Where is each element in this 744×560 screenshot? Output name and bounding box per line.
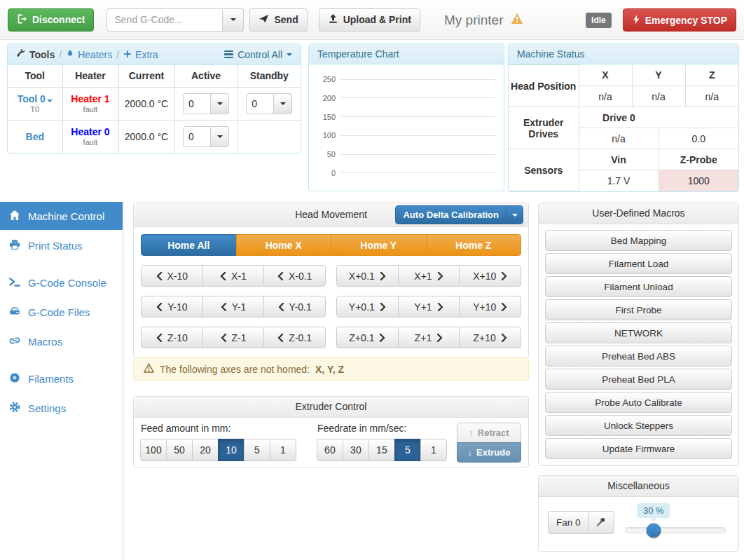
tool-cell[interactable]: Tool 0 T0 xyxy=(8,87,62,120)
move-y-minus-01-button[interactable]: Y-0.1 xyxy=(263,296,326,317)
tool-0-dropdown[interactable]: Tool 0 xyxy=(8,93,62,104)
move-x-minus-10-button[interactable]: X-10 xyxy=(141,265,203,287)
move-y-plus-1-button[interactable]: Y+1 xyxy=(398,296,460,317)
tool0-active-dropdown[interactable] xyxy=(211,93,229,114)
move-y-plus-01-button[interactable]: Y+0.1 xyxy=(336,296,399,317)
extrude-button[interactable]: ↓ Extrude xyxy=(457,442,521,463)
tool0-standby-dropdown[interactable] xyxy=(274,93,292,114)
list-icon xyxy=(224,50,233,59)
heater-0-link[interactable]: Heater 0 xyxy=(63,126,118,137)
miscellaneous-title: Miscellaneous xyxy=(539,476,738,497)
sidebar-group-settings: Filaments Settings xyxy=(0,364,123,422)
calibration-dropdown-toggle[interactable] xyxy=(506,206,523,224)
caret-down-icon xyxy=(217,135,223,138)
bed-active-input[interactable] xyxy=(183,126,211,147)
heater-cell[interactable]: Heater 0 fault xyxy=(62,120,118,153)
gcode-dropdown-button[interactable] xyxy=(223,8,244,32)
auto-delta-calibration-label[interactable]: Auto Delta Calibration xyxy=(396,206,506,224)
feed-1-button[interactable]: 1 xyxy=(270,439,296,461)
col-tool: Tool xyxy=(8,65,62,87)
move-z-minus-01-button[interactable]: Z-0.1 xyxy=(263,327,326,348)
tab-tools[interactable]: Tools xyxy=(16,48,55,60)
home-x-button[interactable]: Home X xyxy=(236,234,332,256)
feed-50-button[interactable]: 50 xyxy=(166,439,193,461)
sidebar-item-gcode-files[interactable]: G-Code Files xyxy=(0,298,123,326)
move-y-minus-1-button[interactable]: Y-1 xyxy=(202,296,265,317)
retract-button[interactable]: ↑ Retract xyxy=(457,423,521,443)
x-positive-group: X+0.1 X+1 X+10 xyxy=(336,265,521,287)
sidebar-item-machine-control[interactable]: Machine Control xyxy=(0,202,123,230)
feedrate-5-button-selected[interactable]: 5 xyxy=(394,439,421,461)
move-z-minus-1-button[interactable]: Z-1 xyxy=(202,327,265,348)
tool0-active-input[interactable] xyxy=(183,93,211,114)
macro-preheat-bed-pla-button[interactable]: Preheat Bed PLA xyxy=(545,369,732,390)
feedrate-15-button[interactable]: 15 xyxy=(368,439,395,461)
tool0-standby-input[interactable] xyxy=(246,93,274,114)
tab-heaters[interactable]: Heaters xyxy=(66,48,112,60)
macro-filament-load-button[interactable]: Filament Load xyxy=(545,253,732,274)
z-negative-group: Z-10 Z-1 Z-0.1 xyxy=(141,327,326,348)
y-tick: 250 xyxy=(315,75,336,83)
vin-value: 1.7 V xyxy=(579,170,659,191)
move-y-minus-10-button[interactable]: Y-10 xyxy=(141,296,203,317)
move-x-plus-1-button[interactable]: X+1 xyxy=(398,265,460,287)
move-z-plus-01-button[interactable]: Z+0.1 xyxy=(336,327,399,348)
drive-header-cell: Drive 0 xyxy=(579,107,738,128)
macro-filament-unload-button[interactable]: Filament Unload xyxy=(545,276,732,297)
heater-1-link[interactable]: Heater 1 xyxy=(63,93,118,104)
emergency-stop-button[interactable]: Emergency STOP xyxy=(623,8,736,32)
macro-bed-mapping-button[interactable]: Bed Mapping xyxy=(545,230,732,251)
feedrate-30-button[interactable]: 30 xyxy=(343,439,369,461)
sidebar-item-settings[interactable]: Settings xyxy=(0,394,123,422)
move-z-plus-1-button[interactable]: Z+1 xyxy=(398,327,460,348)
macro-network-button[interactable]: NETWORK xyxy=(545,322,732,343)
fan-pin-button[interactable] xyxy=(589,511,614,534)
upload-print-button[interactable]: Upload & Print xyxy=(319,8,420,32)
tool-0-code: T0 xyxy=(8,105,62,114)
home-all-button[interactable]: Home All xyxy=(141,234,237,256)
tab-separator: / xyxy=(59,49,62,60)
macro-unlock-steppers-button[interactable]: Unlock Steppers xyxy=(545,415,732,436)
heater-cell[interactable]: Heater 1 fault xyxy=(62,87,118,120)
move-x-minus-1-button[interactable]: X-1 xyxy=(202,265,265,287)
move-x-plus-01-button[interactable]: X+0.1 xyxy=(336,265,399,287)
move-z-minus-10-button[interactable]: Z-10 xyxy=(141,327,203,348)
fan-0-button[interactable]: Fan 0 xyxy=(548,511,589,534)
sidebar-item-gcode-console[interactable]: G-Code Console xyxy=(0,268,123,296)
send-icon xyxy=(259,13,269,26)
move-z-plus-10-button[interactable]: Z+10 xyxy=(459,327,521,348)
macro-first-probe-button[interactable]: First Probe xyxy=(545,299,732,320)
heater-1-state: fault xyxy=(63,105,118,114)
auto-delta-calibration-button[interactable]: Auto Delta Calibration xyxy=(395,205,523,224)
macro-update-firmware-button[interactable]: Update Firmware xyxy=(545,438,732,459)
fan-slider-handle[interactable] xyxy=(646,523,661,538)
move-y-plus-10-button[interactable]: Y+10 xyxy=(459,296,521,317)
sidebar-item-print-status[interactable]: Print Status xyxy=(0,231,123,259)
control-all-dropdown[interactable]: Control All xyxy=(224,49,292,60)
move-x-plus-10-button[interactable]: X+10 xyxy=(459,265,521,287)
sidebar-item-filaments[interactable]: Filaments xyxy=(0,364,123,392)
feedrate-1-button[interactable]: 1 xyxy=(420,439,447,461)
sidebar-item-macros[interactable]: Macros xyxy=(0,327,123,355)
feed-5-button[interactable]: 5 xyxy=(244,439,270,461)
warning-icon xyxy=(511,13,523,28)
send-button[interactable]: Send xyxy=(249,8,307,32)
disconnect-button[interactable]: Disconnect xyxy=(8,8,94,32)
feed-10-button-selected[interactable]: 10 xyxy=(218,439,244,461)
duet-web-control-page: Disconnect Send Upload & Print My printe… xyxy=(0,0,744,560)
home-y-button[interactable]: Home Y xyxy=(331,234,427,256)
home-z-button[interactable]: Home Z xyxy=(426,234,522,256)
fan-speed-slider[interactable]: 30 % xyxy=(625,527,726,533)
feed-100-button[interactable]: 100 xyxy=(140,439,167,461)
chart-gridline: 250 xyxy=(315,75,495,83)
feed-20-button[interactable]: 20 xyxy=(192,439,219,461)
macro-preheat-bed-abs-button[interactable]: Preheat Bed ABS xyxy=(545,346,732,367)
macro-probe-auto-calibrate-button[interactable]: Probe Auto Calibrate xyxy=(545,392,732,413)
feedrate-60-button[interactable]: 60 xyxy=(317,439,343,461)
tab-extra[interactable]: Extra xyxy=(123,49,158,60)
gcode-input[interactable] xyxy=(106,8,223,32)
move-x-minus-01-button[interactable]: X-0.1 xyxy=(263,265,326,287)
bed-link[interactable]: Bed xyxy=(8,131,62,142)
tool-cell[interactable]: Bed xyxy=(8,120,62,153)
bed-active-dropdown[interactable] xyxy=(211,126,229,147)
